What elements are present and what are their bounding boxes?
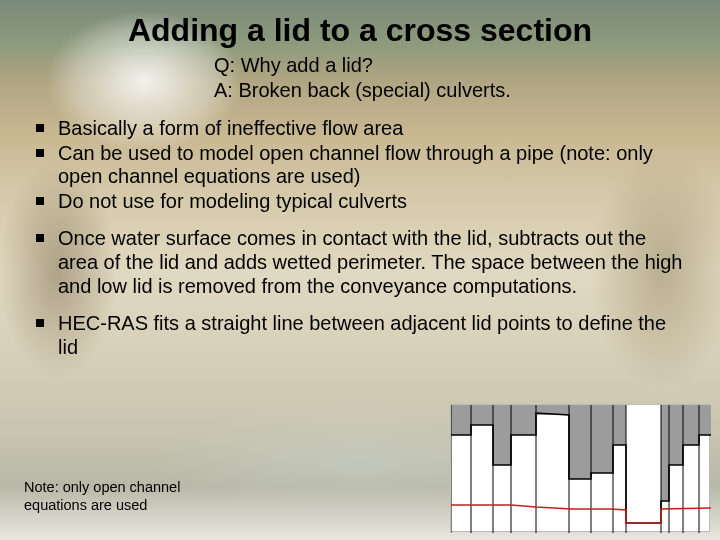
bullet-item: HEC-RAS fits a straight line between adj…: [34, 312, 690, 359]
bullet-item: Basically a form of ineffective flow are…: [34, 117, 690, 141]
svg-rect-7: [613, 405, 626, 445]
slide-title: Adding a lid to a cross section: [24, 12, 696, 49]
bullet-item: Do not use for modeling typical culverts: [34, 190, 690, 214]
svg-rect-0: [451, 405, 471, 435]
svg-rect-2: [493, 405, 511, 465]
cross-section-chart: [450, 404, 710, 532]
footnote-line: Note: only open channel: [24, 479, 180, 496]
qa-block: Q: Why add a lid? A: Broken back (specia…: [214, 53, 696, 103]
qa-answer: A: Broken back (special) culverts.: [214, 78, 696, 103]
svg-rect-9: [669, 405, 683, 465]
footnote-line: equations are used: [24, 497, 180, 514]
bullet-list: Basically a form of ineffective flow are…: [24, 117, 696, 359]
svg-rect-3: [511, 405, 536, 435]
svg-rect-8: [661, 405, 669, 501]
svg-rect-6: [591, 405, 613, 473]
slide: Adding a lid to a cross section Q: Why a…: [0, 0, 720, 540]
svg-rect-1: [471, 405, 493, 425]
svg-rect-10: [683, 405, 699, 445]
footnote: Note: only open channel equations are us…: [24, 479, 180, 514]
svg-rect-5: [569, 405, 591, 479]
bullet-item: Once water surface comes in contact with…: [34, 227, 690, 298]
qa-question: Q: Why add a lid?: [214, 53, 696, 78]
bullet-item: Can be used to model open channel flow t…: [34, 142, 690, 189]
svg-rect-11: [699, 405, 711, 435]
